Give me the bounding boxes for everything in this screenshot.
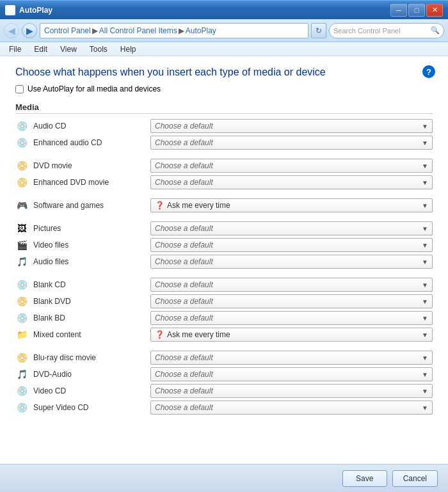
media-row: 💿Enhanced audio CDChoose a default▼: [15, 136, 433, 150]
chevron-down-icon: ▼: [422, 179, 428, 186]
spacer-2: [15, 152, 433, 159]
window-icon: ⚙: [5, 5, 15, 15]
content-area: ? Choose what happens when you insert ea…: [0, 56, 448, 492]
media-label: Enhanced audio CD: [33, 138, 145, 147]
back-button[interactable]: ◀: [4, 23, 19, 38]
media-type-icon: 🎮: [15, 199, 28, 212]
media-row: 🖼PicturesChoose a default▼: [15, 221, 433, 235]
media-dropdown[interactable]: Choose a default▼: [150, 367, 433, 381]
media-row: 🎬Video filesChoose a default▼: [15, 238, 433, 252]
autoplay-checkbox[interactable]: [15, 85, 24, 93]
media-dropdown[interactable]: Choose a default▼: [150, 136, 433, 150]
minimize-button[interactable]: ─: [390, 4, 407, 17]
media-dropdown[interactable]: Choose a default▼: [150, 294, 433, 308]
media-dropdown[interactable]: ❓Ask me every time▼: [150, 198, 433, 212]
path-part1[interactable]: Control Panel: [44, 26, 91, 35]
search-placeholder: Search Control Panel: [333, 27, 431, 35]
spacer-7: [15, 215, 433, 221]
media-label: Audio files: [33, 257, 145, 266]
media-type-icon: 💿: [15, 401, 28, 414]
media-dropdown[interactable]: Choose a default▼: [150, 221, 433, 235]
spacer-11: [15, 271, 433, 278]
path-part2[interactable]: All Control Panel Items: [99, 26, 177, 35]
media-type-icon: 🎵: [15, 368, 28, 381]
dropdown-value: Ask me every time: [167, 330, 422, 339]
media-label: Super Video CD: [33, 403, 145, 412]
forward-button[interactable]: ▶: [22, 23, 37, 38]
media-label: Audio CD: [33, 122, 145, 131]
chevron-down-icon: ▼: [422, 139, 428, 147]
media-dropdown[interactable]: Choose a default▼: [150, 159, 433, 173]
maximize-button[interactable]: □: [408, 4, 425, 17]
media-label: Pictures: [33, 224, 145, 233]
dropdown-value: Choose a default: [155, 138, 422, 147]
chevron-down-icon: ▼: [422, 282, 428, 289]
media-label: Blank BD: [33, 313, 145, 322]
menu-file[interactable]: File: [4, 44, 26, 55]
menu-edit[interactable]: Edit: [29, 44, 52, 55]
cancel-button[interactable]: Cancel: [392, 470, 438, 487]
autoplay-label[interactable]: Use AutoPlay for all media and devices: [28, 84, 161, 93]
chevron-down-icon: ▼: [422, 354, 428, 361]
dropdown-value: Choose a default: [155, 224, 422, 233]
media-row: 💿Blank CDChoose a default▼: [15, 278, 433, 292]
media-dropdown[interactable]: Choose a default▼: [150, 384, 433, 398]
chevron-down-icon: ▼: [422, 202, 428, 209]
media-type-icon: 🎵: [15, 255, 28, 268]
question-icon: ❓: [155, 201, 164, 210]
dropdown-value: Choose a default: [155, 122, 422, 131]
question-icon: ❓: [155, 330, 164, 339]
dropdown-value: Choose a default: [155, 313, 422, 322]
media-dropdown[interactable]: Choose a default▼: [150, 278, 433, 292]
media-dropdown[interactable]: Choose a default▼: [150, 175, 433, 189]
media-label: Blu-ray disc movie: [33, 353, 145, 362]
media-dropdown[interactable]: Choose a default▼: [150, 255, 433, 269]
menu-view[interactable]: View: [55, 44, 82, 55]
media-label: Blank DVD: [33, 297, 145, 306]
dropdown-value: Choose a default: [155, 241, 422, 250]
chevron-down-icon: ▼: [422, 298, 428, 305]
path-part3[interactable]: AutoPlay: [186, 26, 216, 35]
chevron-down-icon: ▼: [422, 404, 428, 411]
media-type-icon: 💿: [15, 312, 28, 324]
refresh-button[interactable]: ↻: [311, 23, 326, 38]
dropdown-value: Choose a default: [155, 257, 422, 266]
media-label: Video files: [33, 241, 145, 250]
media-label: Software and games: [33, 201, 145, 210]
media-dropdown[interactable]: Choose a default▼: [150, 401, 433, 415]
menu-help[interactable]: Help: [115, 44, 141, 55]
media-type-icon: 📀: [15, 351, 28, 364]
chevron-down-icon: ▼: [422, 163, 428, 170]
media-dropdown[interactable]: Choose a default▼: [150, 238, 433, 252]
media-type-icon: 📀: [15, 159, 28, 172]
media-row: 💿Super Video CDChoose a default▼: [15, 401, 433, 415]
media-dropdown[interactable]: Choose a default▼: [150, 119, 433, 133]
chevron-down-icon: ▼: [422, 388, 428, 395]
address-path[interactable]: Control Panel ▶ All Control Panel Items …: [40, 23, 308, 38]
menu-bar: File Edit View Tools Help: [0, 42, 448, 56]
menu-tools[interactable]: Tools: [84, 44, 113, 55]
media-row: 🎵DVD-AudioChoose a default▼: [15, 367, 433, 381]
media-row: 📀Blu-ray disc movieChoose a default▼: [15, 351, 433, 365]
media-type-icon: 💿: [15, 278, 28, 291]
spacer-5: [15, 192, 433, 198]
media-dropdown[interactable]: Choose a default▼: [150, 311, 433, 325]
chevron-down-icon: ▼: [422, 315, 428, 322]
chevron-down-icon: ▼: [422, 225, 428, 232]
save-button[interactable]: Save: [342, 470, 387, 487]
media-row: 💿Video CDChoose a default▼: [15, 384, 433, 398]
media-dropdown[interactable]: ❓Ask me every time▼: [150, 328, 433, 342]
dropdown-value: Choose a default: [155, 403, 422, 412]
media-type-icon: 📀: [15, 176, 28, 189]
media-dropdown[interactable]: Choose a default▼: [150, 351, 433, 365]
chevron-down-icon: ▼: [422, 371, 428, 378]
content-inner: ? Choose what happens when you insert ea…: [0, 56, 448, 464]
media-row: 🎵Audio filesChoose a default▼: [15, 255, 433, 269]
media-row: 📁Mixed content❓Ask me every time▼: [15, 328, 433, 342]
dropdown-value: Choose a default: [155, 353, 422, 362]
dropdown-value: Ask me every time: [167, 201, 422, 210]
search-icon: 🔍: [431, 26, 440, 35]
close-button[interactable]: ✕: [426, 4, 443, 17]
help-icon[interactable]: ?: [422, 65, 435, 78]
search-box[interactable]: Search Control Panel 🔍: [329, 23, 444, 38]
